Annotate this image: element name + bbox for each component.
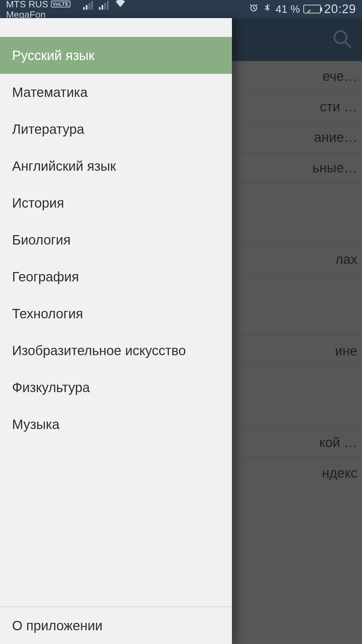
status-bar: MTS RUS VoLTE MegaFon 41 % [0,0,362,18]
drawer-item-label: Математика [12,85,87,100]
status-left: MTS RUS VoLTE MegaFon [6,0,126,19]
drawer-item-2[interactable]: Литература [0,111,232,148]
drawer-item-label: География [12,269,79,284]
drawer-item-label: Технология [12,306,83,321]
signal-icons [83,0,126,10]
drawer-footer-about[interactable]: О приложении [0,607,232,644]
drawer-item-label: История [12,196,64,211]
drawer-top-gap [0,18,232,37]
drawer-item-label: Физкультура [12,380,90,395]
drawer-item-8[interactable]: Изобразительное искусство [0,332,232,369]
drawer-item-label: Литература [12,122,84,137]
alarm-icon [249,3,259,15]
drawer-item-3[interactable]: Английский язык [0,148,232,184]
bluetooth-icon [262,3,272,15]
volte-badge: VoLTE [51,1,70,7]
drawer-item-label: Изобразительное искусство [12,343,186,358]
drawer-item-7[interactable]: Технология [0,295,232,332]
battery-icon [303,5,321,13]
battery-percent-text: 41 % [276,3,300,15]
drawer-item-label: Музыка [12,417,59,432]
clock-text: 20:29 [324,2,356,16]
drawer-item-1[interactable]: Математика [0,74,232,111]
wifi-icon [115,0,126,10]
drawer-item-label: Русский язык [12,48,95,63]
drawer-item-4[interactable]: История [0,184,232,221]
signal-bars-1-icon [83,1,93,10]
nav-drawer: Русский языкМатематикаЛитератураАнглийск… [0,18,232,644]
drawer-item-9[interactable]: Физкультура [0,369,232,406]
drawer-item-0[interactable]: Русский язык [0,37,232,74]
drawer-footer-label: О приложении [12,618,103,633]
drawer-item-10[interactable]: Музыка [0,406,232,443]
carrier-1: MTS RUS [6,0,48,9]
drawer-item-6[interactable]: География [0,258,232,295]
status-right: 41 % 20:29 [249,2,356,16]
drawer-item-label: Биология [12,232,71,248]
signal-bars-2-icon [99,1,109,10]
drawer-item-5[interactable]: Биология [0,221,232,258]
drawer-item-label: Английский язык [12,159,116,174]
